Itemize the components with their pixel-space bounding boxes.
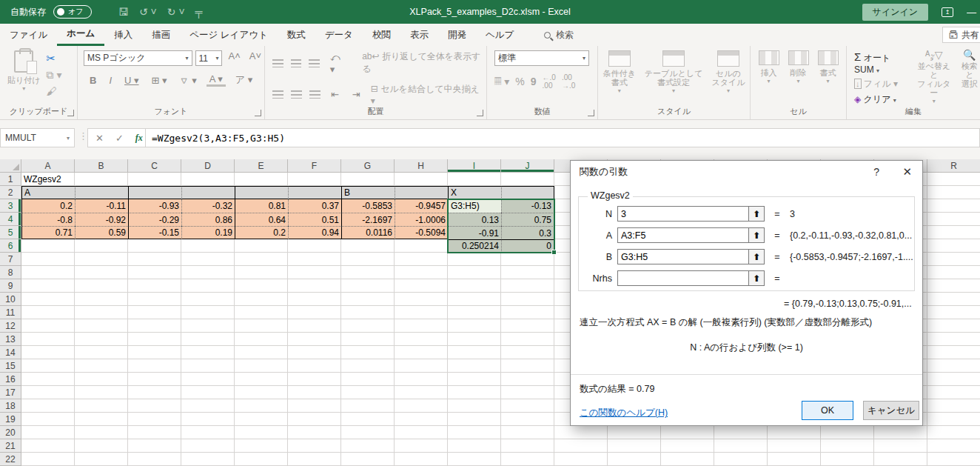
- cell-styles-button[interactable]: セルの スタイル▾: [711, 50, 745, 96]
- number-dialog-launcher[interactable]: [588, 110, 594, 116]
- cell-D2[interactable]: [181, 186, 235, 199]
- align-right-icon[interactable]: [309, 90, 320, 99]
- format-painter-icon[interactable]: 🖌: [47, 85, 62, 97]
- name-box[interactable]: MMULT ▾: [0, 128, 75, 147]
- cell-J3[interactable]: -0.13: [501, 199, 554, 213]
- align-middle-icon[interactable]: [291, 59, 302, 67]
- tab-insert[interactable]: 挿入: [104, 24, 142, 46]
- underline-button[interactable]: U ▾: [121, 75, 142, 86]
- tab-file[interactable]: ファイル: [0, 24, 57, 46]
- column-header-R[interactable]: R: [927, 159, 980, 173]
- cancel-entry-icon[interactable]: ✕: [95, 133, 104, 144]
- sort-filter-button[interactable]: ᴬ𝓏▽ 並べ替えと フィルター▾: [916, 50, 952, 106]
- row-header-13[interactable]: 13: [0, 333, 21, 346]
- cell-E5[interactable]: 0.2: [235, 226, 288, 239]
- row-header-11[interactable]: 11: [0, 306, 21, 319]
- accounting-format-icon[interactable]: 𝄜 ▾: [494, 76, 509, 88]
- tab-home[interactable]: ホーム: [57, 24, 104, 46]
- cell-F5[interactable]: 0.94: [288, 226, 341, 239]
- share-button[interactable]: 🖆 共有: [942, 27, 980, 43]
- row-header-21[interactable]: 21: [0, 439, 21, 453]
- cell-C5[interactable]: -0.15: [128, 226, 181, 239]
- cell-E3[interactable]: 0.81: [235, 199, 288, 213]
- insert-cells-button[interactable]: 挿入▾: [759, 50, 779, 86]
- cell-A4[interactable]: -0.8: [21, 213, 75, 226]
- align-left-icon[interactable]: [272, 90, 283, 99]
- grow-font-icon[interactable]: A˄: [225, 50, 243, 66]
- ok-button[interactable]: OK: [802, 401, 853, 420]
- row-header-19[interactable]: 19: [0, 413, 21, 426]
- cell-H5[interactable]: -0.5094: [395, 226, 448, 239]
- select-all-corner[interactable]: [0, 159, 21, 173]
- increase-indent-icon[interactable]: ⇥: [349, 89, 363, 100]
- cell-J5[interactable]: 0.3: [501, 226, 554, 239]
- name-box-dropdown-icon[interactable]: ▾: [67, 135, 70, 142]
- tab-view[interactable]: 表示: [400, 24, 438, 46]
- column-header-I[interactable]: I: [448, 159, 501, 173]
- cell-I4[interactable]: 0.13: [448, 213, 501, 226]
- number-format-combo[interactable]: 標準▾: [494, 50, 589, 66]
- cell-I3[interactable]: G3:H5): [448, 199, 501, 213]
- minimize-icon[interactable]: —: [967, 7, 977, 18]
- cell-A2[interactable]: A: [21, 186, 75, 199]
- column-header-B[interactable]: B: [75, 159, 128, 173]
- cell-F3[interactable]: 0.37: [288, 199, 341, 213]
- cell-D4[interactable]: 0.86: [181, 213, 235, 226]
- column-header-J[interactable]: J: [501, 159, 554, 173]
- row-header-7[interactable]: 7: [0, 253, 21, 266]
- column-header-F[interactable]: F: [288, 159, 341, 173]
- wrap-text-button[interactable]: ab↩ 折り返して全体を表示する: [362, 50, 486, 76]
- shrink-font-icon[interactable]: A˅: [246, 50, 264, 66]
- comma-style-icon[interactable]: 9: [531, 76, 537, 87]
- find-select-button[interactable]: 🔍 検索と 選択: [959, 50, 980, 106]
- column-header-A[interactable]: A: [21, 159, 75, 173]
- alignment-dialog-launcher[interactable]: [477, 110, 483, 116]
- decrease-decimal-icon[interactable]: .00→.0: [562, 73, 575, 90]
- cell-B3[interactable]: -0.11: [75, 199, 128, 213]
- cell-I5[interactable]: -0.91: [448, 226, 501, 239]
- percent-style-icon[interactable]: %: [515, 76, 524, 87]
- cell-C2[interactable]: [128, 186, 181, 199]
- arg-n-input[interactable]: [617, 206, 749, 222]
- row-header-5[interactable]: 5: [0, 226, 21, 239]
- font-name-combo[interactable]: MS Pゴシック▾: [84, 50, 192, 66]
- clear-button[interactable]: ◈ クリア ▾: [854, 93, 909, 106]
- cell-H3[interactable]: -0.9457: [395, 199, 448, 213]
- tab-review[interactable]: 校閲: [363, 24, 400, 46]
- row-header-12[interactable]: 12: [0, 319, 21, 333]
- row-header-20[interactable]: 20: [0, 426, 21, 439]
- function-help-link[interactable]: この関数のヘルプ(H): [580, 407, 668, 419]
- cell-A1[interactable]: WZgesv2: [21, 173, 75, 186]
- ribbon-display-options-icon[interactable]: ↥: [942, 7, 953, 17]
- arg-b-input[interactable]: [617, 249, 749, 264]
- clipboard-dialog-launcher[interactable]: [67, 110, 74, 116]
- borders-icon[interactable]: ⊞ ▾: [149, 75, 170, 86]
- autosave-toggle[interactable]: オフ: [53, 5, 92, 19]
- cell-I2[interactable]: X: [448, 186, 501, 199]
- tab-formulas[interactable]: 数式: [278, 24, 315, 46]
- cancel-button[interactable]: キャンセル: [863, 401, 919, 420]
- italic-button[interactable]: I: [106, 75, 115, 86]
- row-header-3[interactable]: 3: [0, 199, 21, 213]
- cell-C3[interactable]: -0.93: [128, 199, 181, 213]
- font-color-icon[interactable]: A ▾: [207, 73, 226, 87]
- dialog-title[interactable]: 関数の引数: [571, 161, 922, 183]
- column-header-C[interactable]: C: [128, 159, 181, 173]
- row-header-4[interactable]: 4: [0, 213, 21, 226]
- cell-H2[interactable]: [395, 186, 448, 199]
- cell-A5[interactable]: 0.71: [21, 226, 75, 239]
- cell-H4[interactable]: -1.0006: [395, 213, 448, 226]
- undo-icon[interactable]: ↺ ˅: [139, 6, 157, 18]
- row-header-14[interactable]: 14: [0, 346, 21, 359]
- cell-B2[interactable]: [75, 186, 128, 199]
- row-header-6[interactable]: 6: [0, 239, 21, 253]
- row-header-17[interactable]: 17: [0, 386, 21, 399]
- tab-page-layout[interactable]: ページ レイアウト: [180, 24, 278, 46]
- cell-G4[interactable]: -2.1697: [341, 213, 395, 226]
- column-header-G[interactable]: G: [341, 159, 395, 173]
- cell-A3[interactable]: 0.2: [21, 199, 75, 213]
- tab-draw[interactable]: 描画: [142, 24, 180, 46]
- cell-E2[interactable]: [235, 186, 288, 199]
- dialog-close-icon[interactable]: ✕: [902, 165, 912, 179]
- decrease-indent-icon[interactable]: ⇤: [328, 89, 342, 100]
